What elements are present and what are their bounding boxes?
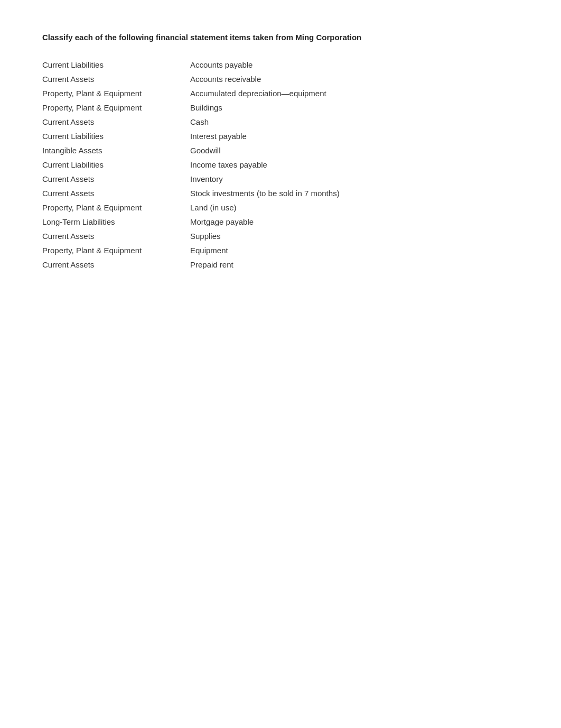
- table-row: Current LiabilitiesInterest payable: [42, 129, 340, 143]
- classification-cell: Current Liabilities: [42, 129, 190, 143]
- item-cell: Accumulated depreciation—equipment: [190, 86, 340, 100]
- item-cell: Accounts receivable: [190, 72, 340, 86]
- classification-cell: Current Assets: [42, 229, 190, 243]
- item-cell: Cash: [190, 115, 340, 129]
- table-row: Current AssetsInventory: [42, 172, 340, 186]
- classification-table: Current LiabilitiesAccounts payableCurre…: [42, 58, 340, 272]
- table-row: Current AssetsStock investments (to be s…: [42, 186, 340, 200]
- classification-cell: Property, Plant & Equipment: [42, 243, 190, 257]
- table-row: Property, Plant & EquipmentBuildings: [42, 100, 340, 115]
- table-row: Current AssetsCash: [42, 115, 340, 129]
- classification-cell: Current Assets: [42, 72, 190, 86]
- classification-cell: Long-Term Liabilities: [42, 215, 190, 229]
- table-row: Current LiabilitiesIncome taxes payable: [42, 158, 340, 172]
- classification-cell: Current Liabilities: [42, 58, 190, 72]
- table-row: Property, Plant & EquipmentLand (in use): [42, 200, 340, 215]
- classification-cell: Property, Plant & Equipment: [42, 86, 190, 100]
- table-row: Long-Term LiabilitiesMortgage payable: [42, 215, 340, 229]
- classification-cell: Property, Plant & Equipment: [42, 200, 190, 215]
- item-cell: Mortgage payable: [190, 215, 340, 229]
- item-cell: Buildings: [190, 100, 340, 115]
- item-cell: Stock investments (to be sold in 7 month…: [190, 186, 340, 200]
- item-cell: Equipment: [190, 243, 340, 257]
- classification-cell: Current Assets: [42, 172, 190, 186]
- item-cell: Prepaid rent: [190, 257, 340, 272]
- table-row: Current AssetsSupplies: [42, 229, 340, 243]
- table-row: Current AssetsAccounts receivable: [42, 72, 340, 86]
- item-cell: Land (in use): [190, 200, 340, 215]
- item-cell: Supplies: [190, 229, 340, 243]
- classification-cell: Intangible Assets: [42, 143, 190, 158]
- classification-cell: Property, Plant & Equipment: [42, 100, 190, 115]
- table-row: Current LiabilitiesAccounts payable: [42, 58, 340, 72]
- classification-cell: Current Assets: [42, 186, 190, 200]
- table-row: Property, Plant & EquipmentAccumulated d…: [42, 86, 340, 100]
- item-cell: Accounts payable: [190, 58, 340, 72]
- item-cell: Income taxes payable: [190, 158, 340, 172]
- item-cell: Goodwill: [190, 143, 340, 158]
- table-row: Property, Plant & EquipmentEquipment: [42, 243, 340, 257]
- item-cell: Interest payable: [190, 129, 340, 143]
- classification-cell: Current Assets: [42, 115, 190, 129]
- classification-cell: Current Assets: [42, 257, 190, 272]
- item-cell: Inventory: [190, 172, 340, 186]
- table-row: Current AssetsPrepaid rent: [42, 257, 340, 272]
- table-row: Intangible AssetsGoodwill: [42, 143, 340, 158]
- classification-cell: Current Liabilities: [42, 158, 190, 172]
- page-title: Classify each of the following financial…: [42, 32, 519, 43]
